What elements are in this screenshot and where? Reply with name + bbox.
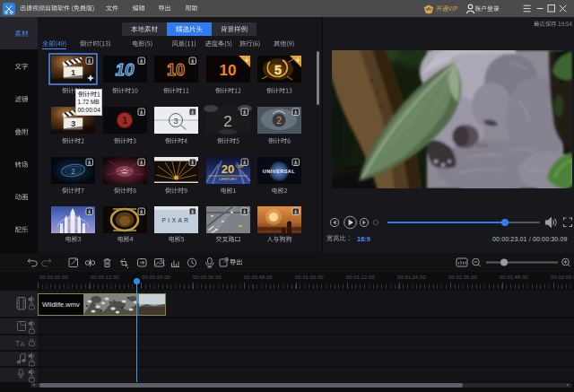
svg-text:T: T bbox=[15, 339, 20, 348]
svg-text:1: 1 bbox=[71, 67, 75, 77]
svg-text:2: 2 bbox=[276, 116, 282, 126]
svg-text:2: 2 bbox=[223, 113, 231, 130]
svg-text:CENTURY: CENTURY bbox=[219, 177, 237, 181]
svg-text:1: 1 bbox=[122, 115, 127, 126]
svg-text:5: 5 bbox=[274, 63, 282, 77]
svg-text:20: 20 bbox=[222, 162, 234, 176]
svg-text:UNIVERSAL: UNIVERSAL bbox=[263, 169, 295, 174]
svg-text:PIXAR: PIXAR bbox=[161, 217, 190, 223]
svg-text:10: 10 bbox=[115, 60, 135, 79]
svg-text:3: 3 bbox=[173, 117, 178, 126]
svg-text:10: 10 bbox=[220, 62, 237, 79]
svg-text:A: A bbox=[21, 341, 25, 347]
svg-text:3: 3 bbox=[71, 118, 75, 128]
svg-text:10: 10 bbox=[167, 61, 185, 79]
svg-text:2: 2 bbox=[71, 167, 75, 176]
